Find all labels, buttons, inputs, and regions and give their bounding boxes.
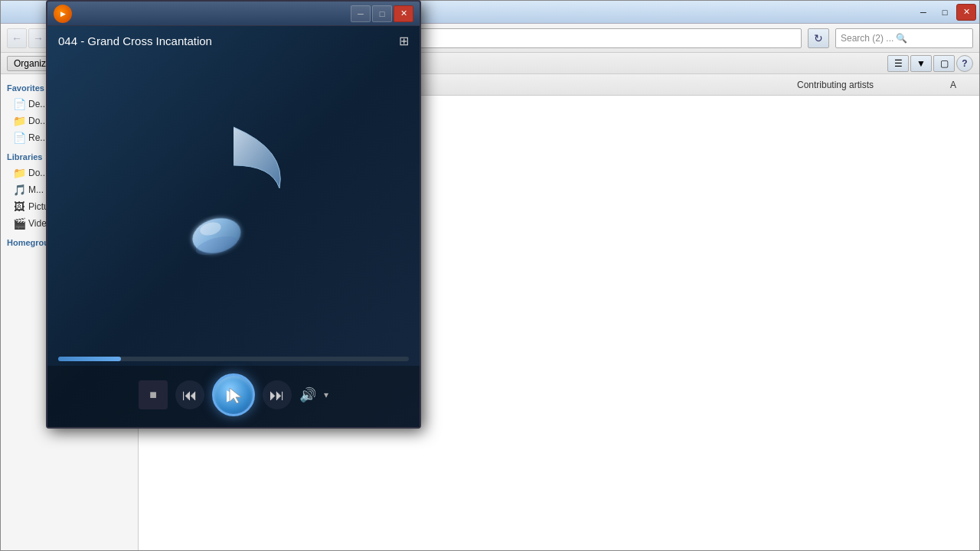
sidebar-label-doc: Do... xyxy=(28,168,47,178)
sidebar-label-1: Do... xyxy=(28,116,47,126)
sidebar-label-2: Re... xyxy=(28,132,47,143)
wmp-minimize-button[interactable]: ─ xyxy=(351,5,371,22)
search-icon[interactable]: 🔍 xyxy=(893,33,909,44)
svg-marker-11 xyxy=(230,388,241,403)
sidebar-icon-doc: 📁 xyxy=(13,167,25,179)
explorer-close-button[interactable]: ✕ xyxy=(956,4,976,21)
refresh-button[interactable]: ↻ xyxy=(808,28,829,48)
view-buttons: ☰ ▼ ▢ ? xyxy=(887,55,973,72)
wmp-stop-button[interactable]: ■ xyxy=(139,380,168,409)
wmp-controls: ■ ⏮ ▶ ⏭ 🔊 ▾ xyxy=(47,366,420,427)
wmp-progress-fill xyxy=(58,357,121,361)
view-pane-button[interactable]: ▢ xyxy=(933,55,955,72)
wmp-titlebar: ─ □ ✕ xyxy=(47,2,420,26)
wmp-nowplaying: 044 - Grand Cross Incantation ⊞ xyxy=(47,26,420,427)
help-button[interactable]: ? xyxy=(956,55,973,72)
search-text: Search (2) ... xyxy=(841,33,893,44)
search-bar[interactable]: Search (2) ... 🔍 xyxy=(835,28,973,48)
wmp-close-button[interactable]: ✕ xyxy=(394,5,413,22)
wmp-song-title: 044 - Grand Cross Incantation xyxy=(58,34,212,47)
wmp-maximize-button[interactable]: □ xyxy=(372,5,392,22)
sidebar-icon-music: 🎵 xyxy=(13,184,25,196)
sidebar-icon-pictures: 🖼 xyxy=(13,201,25,213)
wmp-window: ─ □ ✕ 044 - Grand Cross Incantation ⊞ xyxy=(46,0,421,429)
nav-buttons: ← → xyxy=(7,28,48,48)
sidebar-icon-2: 📄 xyxy=(13,132,25,144)
col-extra-header[interactable]: A xyxy=(950,80,973,90)
wmp-title-controls: ─ □ ✕ xyxy=(351,5,413,22)
wmp-dropdown-button[interactable]: ▾ xyxy=(324,390,328,400)
col-artists-header[interactable]: Contributing artists xyxy=(797,80,950,90)
sidebar-icon-1: 📁 xyxy=(13,115,25,127)
wmp-next-button[interactable]: ⏭ xyxy=(263,380,292,409)
wmp-volume-button[interactable]: 🔊 xyxy=(299,386,316,403)
sidebar-label-music: M... xyxy=(28,184,44,195)
wmp-expand-icon[interactable]: ⊞ xyxy=(399,34,409,48)
sidebar-label-0: De... xyxy=(28,99,47,109)
cursor-icon xyxy=(228,386,243,405)
explorer-minimize-button[interactable]: ─ xyxy=(913,4,933,21)
wmp-song-title-bar: 044 - Grand Cross Incantation ⊞ xyxy=(47,26,420,56)
view-list-button[interactable]: ☰ xyxy=(887,55,909,72)
sidebar-icon-0: 📄 xyxy=(13,98,25,110)
sidebar-icon-videos: 🎬 xyxy=(13,217,25,230)
wmp-album-art xyxy=(47,56,420,350)
music-note-graphic xyxy=(149,104,318,303)
wmp-progress-bar[interactable] xyxy=(58,357,409,361)
wmp-previous-button[interactable]: ⏮ xyxy=(175,380,204,409)
view-dropdown-button[interactable]: ▼ xyxy=(910,55,932,72)
wmp-logo xyxy=(54,5,72,23)
explorer-maximize-button[interactable]: □ xyxy=(935,4,955,21)
wmp-progress-area xyxy=(47,350,420,366)
wmp-play-pause-button[interactable]: ▶ xyxy=(212,373,255,416)
back-button[interactable]: ← xyxy=(7,28,27,48)
